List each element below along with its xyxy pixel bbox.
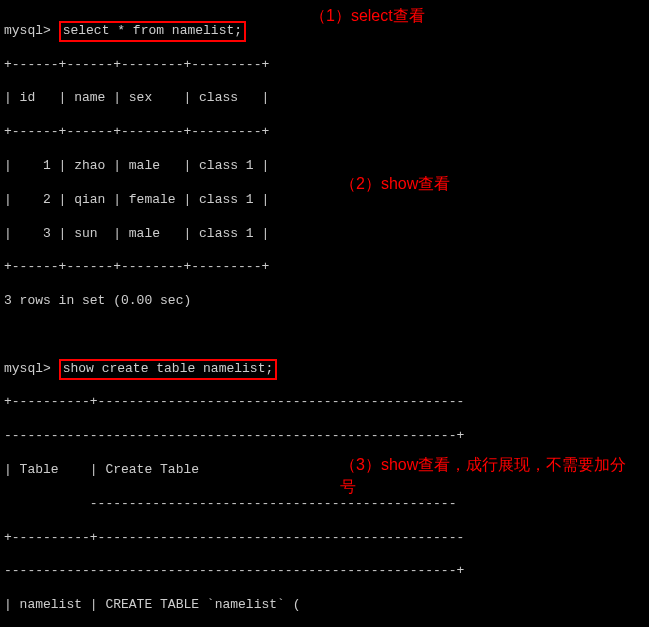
table-border: +------+------+--------+---------+ bbox=[4, 124, 645, 141]
table-header: | id | name | sex | class | bbox=[4, 90, 645, 107]
rows-summary: 3 rows in set (0.00 sec) bbox=[4, 293, 645, 310]
annotation-3: （3）show查看，成行展现，不需要加分号 bbox=[340, 454, 630, 499]
table-row: | 2 | qian | female | class 1 | bbox=[4, 192, 645, 209]
show-border: +----------+----------------------------… bbox=[4, 530, 645, 547]
blank-line bbox=[4, 327, 645, 344]
table-border: +------+------+--------+---------+ bbox=[4, 57, 645, 74]
table-row: | 1 | zhao | male | class 1 | bbox=[4, 158, 645, 175]
show-border: ----------------------------------------… bbox=[4, 428, 645, 445]
annotation-1: （1）select查看 bbox=[310, 6, 425, 27]
terminal-output: mysql> select * from namelist; +------+-… bbox=[0, 0, 649, 627]
show-border: +----------+----------------------------… bbox=[4, 394, 645, 411]
table-row: | 3 | sun | male | class 1 | bbox=[4, 226, 645, 243]
create-table-row: | namelist | CREATE TABLE `namelist` ( bbox=[4, 597, 645, 614]
cmd2-line[interactable]: mysql> show create table namelist; bbox=[4, 361, 645, 378]
show-border: ----------------------------------------… bbox=[4, 563, 645, 580]
mysql-prompt: mysql> bbox=[4, 23, 51, 38]
mysql-prompt: mysql> bbox=[4, 361, 51, 376]
cmd2-box: show create table namelist; bbox=[59, 359, 278, 380]
annotation-2: （2）show查看 bbox=[340, 174, 450, 195]
table-border: +------+------+--------+---------+ bbox=[4, 259, 645, 276]
cmd1-box: select * from namelist; bbox=[59, 21, 246, 42]
